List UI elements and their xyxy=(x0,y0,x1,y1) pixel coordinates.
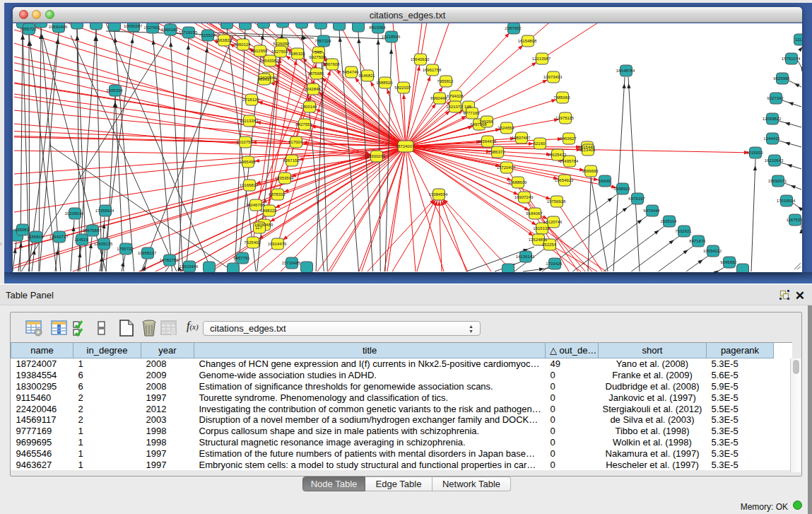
svg-text:8454749: 8454749 xyxy=(342,70,359,74)
svg-text:746266: 746266 xyxy=(479,119,494,124)
svg-text:15720407: 15720407 xyxy=(497,165,516,170)
svg-text:12213383: 12213383 xyxy=(240,119,259,123)
svg-text:1733426: 1733426 xyxy=(546,262,563,266)
svg-text:3624554: 3624554 xyxy=(498,126,514,130)
svg-text:8471676: 8471676 xyxy=(689,239,706,243)
svg-text:16907249: 16907249 xyxy=(514,195,534,199)
svg-text:10025433: 10025433 xyxy=(548,153,567,157)
svg-text:2867608: 2867608 xyxy=(323,62,340,66)
svg-text:17016504: 17016504 xyxy=(777,199,796,203)
svg-text:1244415: 1244415 xyxy=(763,136,780,141)
svg-text:1965495: 1965495 xyxy=(239,160,256,164)
svg-text:8427552: 8427552 xyxy=(295,122,312,127)
svg-text:9329966: 9329966 xyxy=(773,76,790,81)
svg-text:15692971: 15692971 xyxy=(768,179,787,183)
svg-text:9327503: 9327503 xyxy=(271,49,288,54)
svg-text:9242848: 9242848 xyxy=(304,87,321,91)
svg-text:8878332: 8878332 xyxy=(269,192,286,197)
svg-text:2718126: 2718126 xyxy=(242,98,259,102)
svg-text:16046768: 16046768 xyxy=(246,203,265,207)
svg-text:10975887: 10975887 xyxy=(83,228,102,233)
svg-text:7857224: 7857224 xyxy=(314,39,331,43)
svg-text:1615132: 1615132 xyxy=(533,226,550,230)
svg-text:12923446: 12923446 xyxy=(180,264,199,269)
svg-text:18300295: 18300295 xyxy=(367,154,386,158)
svg-text:9227342: 9227342 xyxy=(767,96,784,100)
svg-text:8960124: 8960124 xyxy=(234,42,251,47)
svg-text:114519: 114519 xyxy=(74,238,88,242)
svg-text:2055721: 2055721 xyxy=(20,27,37,31)
svg-text:7663822: 7663822 xyxy=(215,38,232,42)
svg-text:145: 145 xyxy=(464,105,472,109)
svg-text:1588520: 1588520 xyxy=(376,81,393,85)
svg-text:546: 546 xyxy=(314,50,322,54)
svg-text:16210643: 16210643 xyxy=(765,158,784,163)
svg-text:9474444: 9474444 xyxy=(643,209,660,213)
svg-text:19756928: 19756928 xyxy=(547,199,566,204)
svg-text:9184067: 9184067 xyxy=(526,211,543,216)
svg-text:5226058: 5226058 xyxy=(273,42,290,46)
svg-text:19654923: 19654923 xyxy=(555,178,574,182)
svg-text:5822037: 5822037 xyxy=(394,86,411,90)
svg-text:917004: 917004 xyxy=(288,140,303,144)
svg-text:16033809: 16033809 xyxy=(273,23,292,24)
svg-text:7625402: 7625402 xyxy=(244,240,261,245)
svg-text:17359924: 17359924 xyxy=(95,209,114,213)
svg-text:9463627: 9463627 xyxy=(560,136,577,141)
svg-text:1112: 1112 xyxy=(795,37,802,42)
svg-text:20364436: 20364436 xyxy=(478,139,497,144)
svg-text:6498222: 6498222 xyxy=(260,209,277,213)
svg-text:12905135: 12905135 xyxy=(94,242,113,246)
svg-text:16961758: 16961758 xyxy=(423,68,442,72)
svg-text:15751074: 15751074 xyxy=(782,57,801,61)
svg-text:20206516: 20206516 xyxy=(65,211,84,216)
svg-text:10807487: 10807487 xyxy=(512,136,531,140)
svg-text:1621072: 1621072 xyxy=(446,105,463,109)
svg-text:2803144: 2803144 xyxy=(300,105,317,109)
svg-text:117: 117 xyxy=(255,226,262,230)
svg-text:18724007: 18724007 xyxy=(396,144,415,148)
svg-text:1010755: 1010755 xyxy=(236,140,253,144)
svg-text:8990448: 8990448 xyxy=(430,96,447,100)
svg-text:9457791: 9457791 xyxy=(233,256,250,260)
svg-text:16409: 16409 xyxy=(599,179,611,183)
svg-text:3113406: 3113406 xyxy=(579,148,596,152)
svg-text:9146821: 9146821 xyxy=(358,74,375,78)
svg-text:13524851: 13524851 xyxy=(529,238,548,242)
svg-text:5938923: 5938923 xyxy=(613,187,630,191)
svg-text:7986372: 7986372 xyxy=(488,150,505,154)
svg-text:12975115: 12975115 xyxy=(555,116,575,120)
svg-text:9777169: 9777169 xyxy=(463,111,480,115)
svg-text:16914479: 16914479 xyxy=(268,242,287,246)
svg-text:2935114: 2935114 xyxy=(661,219,678,223)
svg-text:252254: 252254 xyxy=(542,243,557,247)
svg-text:8267150: 8267150 xyxy=(283,158,300,163)
svg-text:16120746: 16120746 xyxy=(543,220,563,224)
svg-text:12093822: 12093822 xyxy=(763,117,782,121)
svg-text:98961: 98961 xyxy=(258,77,270,81)
svg-text:62160: 62160 xyxy=(534,141,546,146)
svg-text:10688609: 10688609 xyxy=(508,180,527,185)
svg-text:8186328: 8186328 xyxy=(288,52,305,56)
svg-text:16154808: 16154808 xyxy=(518,39,537,43)
svg-text:16495784: 16495784 xyxy=(560,159,579,163)
svg-text:10655287: 10655287 xyxy=(124,24,143,28)
svg-text:16782759: 16782759 xyxy=(160,258,179,262)
svg-text:12353594: 12353594 xyxy=(275,176,294,180)
svg-text:9245652: 9245652 xyxy=(720,260,737,264)
svg-text:2087652: 2087652 xyxy=(505,26,522,30)
svg-text:12213987: 12213987 xyxy=(532,57,551,61)
svg-text:6466160: 6466160 xyxy=(161,28,178,32)
svg-text:1527602: 1527602 xyxy=(143,25,160,30)
svg-text:6479197: 6479197 xyxy=(628,197,645,201)
svg-text:2605334: 2605334 xyxy=(106,88,123,93)
svg-text:7955812: 7955812 xyxy=(437,79,454,83)
svg-text:7515524: 7515524 xyxy=(199,33,216,37)
svg-text:19166827: 19166827 xyxy=(240,183,259,187)
svg-text:15640910: 15640910 xyxy=(411,57,430,62)
svg-text:1167533: 1167533 xyxy=(787,218,802,222)
svg-text:10973493: 10973493 xyxy=(543,75,563,79)
svg-text:10958107: 10958107 xyxy=(138,251,157,255)
svg-text:16543382: 16543382 xyxy=(260,59,279,63)
svg-text:15716485: 15716485 xyxy=(282,261,301,265)
